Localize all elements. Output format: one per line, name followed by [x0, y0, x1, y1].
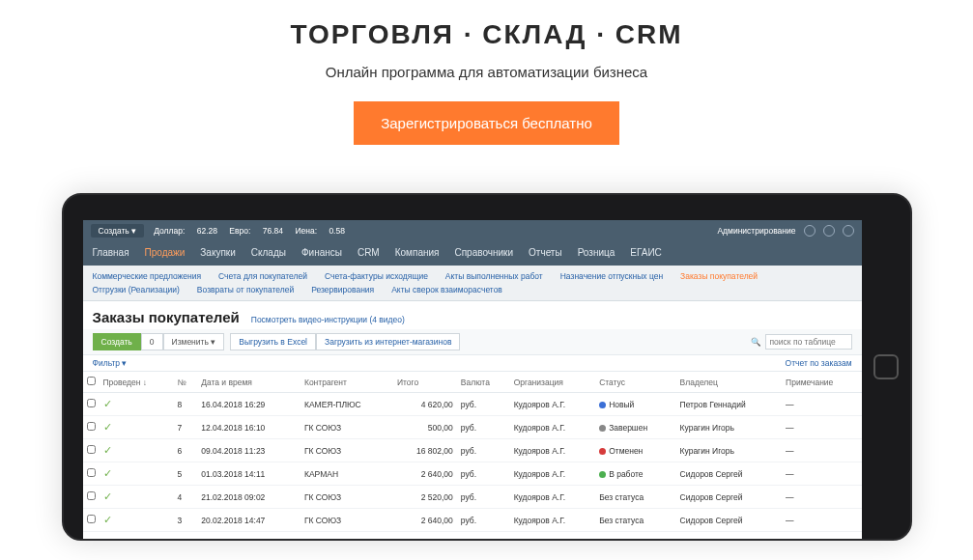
- search-input[interactable]: [765, 334, 852, 350]
- admin-link[interactable]: Администрирование: [717, 226, 795, 236]
- cell-currency: руб.: [457, 462, 510, 486]
- select-all-checkbox[interactable]: [87, 377, 96, 385]
- cell-contractor: ГК СОЮЗ: [300, 439, 393, 462]
- bell-icon[interactable]: [823, 225, 835, 237]
- cell-datetime: 09.04.2018 11:23: [197, 439, 300, 462]
- cell-status: Без статуса: [595, 509, 675, 532]
- status-dot-icon: [599, 471, 606, 478]
- column-header[interactable]: Контрагент: [300, 372, 393, 393]
- nav-склады[interactable]: Склады: [251, 247, 286, 258]
- table-row[interactable]: ✓501.03.2018 14:11КАРМАН2 640,00руб.Кудо…: [83, 462, 862, 486]
- cell-currency: руб.: [457, 393, 510, 416]
- nav-егаис[interactable]: ЕГАИС: [630, 247, 662, 258]
- cell-no: 5: [174, 462, 198, 486]
- column-header[interactable]: Дата и время: [197, 372, 300, 393]
- subnav-item[interactable]: Отгрузки (Реализации): [93, 285, 180, 294]
- cell-owner: Курагин Игорь: [676, 416, 783, 439]
- nav-crm[interactable]: CRM: [358, 247, 380, 258]
- eur-value: 76.84: [263, 226, 283, 236]
- main-nav: ГлавнаяПродажиЗакупкиСкладыФинансыCRMКом…: [83, 241, 862, 266]
- cell-note: —: [782, 439, 861, 462]
- row-checkbox[interactable]: [87, 399, 96, 407]
- cell-owner: Сидоров Сергей: [676, 486, 783, 509]
- cell-no: 8: [174, 393, 198, 416]
- nav-закупки[interactable]: Закупки: [200, 247, 235, 258]
- nav-справочники[interactable]: Справочники: [454, 247, 513, 258]
- table-row[interactable]: ✓816.04.2018 16:29КАМЕЯ-ПЛЮС4 620,00руб.…: [83, 393, 862, 416]
- create-button[interactable]: Создать: [93, 333, 141, 350]
- cell-currency: руб.: [457, 416, 510, 439]
- cell-note: —: [782, 462, 861, 486]
- cell-no: 7: [174, 416, 198, 439]
- import-button[interactable]: Загрузить из интернет-магазинов: [316, 333, 460, 350]
- row-checkbox[interactable]: [87, 445, 96, 454]
- video-instructions-link[interactable]: Посмотреть видео-инструкции (4 видео): [251, 315, 405, 324]
- cell-contractor: КАРМАН: [300, 462, 393, 486]
- nav-главная[interactable]: Главная: [93, 247, 129, 258]
- nav-отчеты[interactable]: Отчеты: [529, 247, 562, 258]
- subnav-item[interactable]: Резервирования: [311, 285, 374, 294]
- cell-total: 2 640,00: [393, 462, 457, 486]
- cell-org: Кудояров А.Г.: [510, 509, 596, 532]
- posted-icon: ✓: [103, 467, 112, 479]
- jpy-value: 0.58: [329, 226, 345, 236]
- table-row[interactable]: ✓421.02.2018 09:02ГК СОЮЗ2 520,00руб.Куд…: [83, 486, 862, 509]
- table-row[interactable]: ✓712.04.2018 16:10ГК СОЮЗ500,00руб.Кудоя…: [83, 416, 862, 439]
- cell-status: Завершен: [595, 416, 675, 439]
- export-excel-button[interactable]: Выгрузить в Excel: [230, 333, 316, 350]
- row-checkbox[interactable]: [87, 491, 96, 500]
- cell-status: Отменен: [595, 439, 675, 462]
- orders-report-link[interactable]: Отчет по заказам: [786, 358, 852, 368]
- cell-note: —: [782, 486, 861, 509]
- sub-nav: Коммерческие предложенияСчета для покупа…: [83, 266, 862, 301]
- posted-icon: ✓: [103, 490, 112, 502]
- settings-icon[interactable]: [804, 225, 816, 237]
- subnav-item[interactable]: Коммерческие предложения: [93, 271, 202, 281]
- subnav-item[interactable]: Назначение отпускных цен: [560, 271, 663, 281]
- nav-компания[interactable]: Компания: [395, 247, 440, 258]
- currency-rates: Доллар: 62.28 Евро: 76.84 Иена: 0.58: [154, 226, 355, 236]
- column-header[interactable]: Статус: [595, 372, 675, 393]
- cell-contractor: ГК СОЮЗ: [300, 509, 393, 532]
- cell-no: 4: [174, 486, 198, 509]
- row-checkbox[interactable]: [87, 468, 96, 477]
- signup-button[interactable]: Зарегистрироваться бесплатно: [354, 101, 619, 145]
- jpy-label: Иена:: [295, 226, 317, 236]
- usd-label: Доллар:: [154, 226, 185, 236]
- column-header[interactable]: №: [174, 372, 198, 393]
- nav-розница[interactable]: Розница: [578, 247, 615, 258]
- subnav-item[interactable]: Счета для покупателей: [218, 271, 307, 281]
- cell-note: —: [782, 509, 861, 532]
- subnav-item[interactable]: Акты выполненных работ: [445, 271, 543, 281]
- cell-currency: руб.: [457, 439, 510, 462]
- table-row[interactable]: ✓320.02.2018 14:47ГК СОЮЗ2 640,00руб.Куд…: [83, 509, 862, 532]
- column-header[interactable]: Проведен ↓: [100, 372, 174, 393]
- cell-datetime: 01.03.2018 14:11: [197, 462, 300, 486]
- status-dot-icon: [599, 448, 606, 455]
- posted-icon: ✓: [103, 421, 112, 433]
- subnav-item[interactable]: Акты сверок взаиморасчетов: [391, 285, 502, 294]
- nav-финансы[interactable]: Финансы: [301, 247, 342, 258]
- hero-subtitle: Онлайн программа для автоматизации бизне…: [0, 64, 973, 80]
- cell-total: 2 640,00: [393, 509, 457, 532]
- column-header[interactable]: Владелец: [676, 372, 783, 393]
- cell-no: 3: [174, 509, 198, 532]
- create-dropdown[interactable]: Создать ▾: [91, 224, 145, 238]
- cell-contractor: ГК СОЮЗ: [300, 416, 393, 439]
- nav-продажи[interactable]: Продажи: [145, 247, 186, 258]
- column-header[interactable]: Валюта: [457, 372, 510, 393]
- table-row[interactable]: ✓609.04.2018 11:23ГК СОЮЗ16 802,00руб.Ку…: [83, 439, 862, 462]
- subnav-item[interactable]: Заказы покупателей: [680, 271, 758, 281]
- row-checkbox[interactable]: [87, 422, 96, 431]
- column-header[interactable]: Примечание: [782, 372, 861, 393]
- user-icon[interactable]: [843, 225, 854, 237]
- edit-dropdown[interactable]: Изменить ▾: [163, 333, 225, 350]
- subnav-item[interactable]: Возвраты от покупателей: [197, 285, 294, 294]
- column-header[interactable]: Организация: [510, 372, 596, 393]
- filter-dropdown[interactable]: Фильтр ▾: [93, 358, 128, 368]
- subnav-item[interactable]: Счета-фактуры исходящие: [325, 271, 428, 281]
- column-header[interactable]: Итого: [393, 372, 457, 393]
- status-dot-icon: [599, 402, 606, 408]
- cell-owner: Петров Геннадий: [676, 393, 783, 416]
- row-checkbox[interactable]: [87, 515, 96, 523]
